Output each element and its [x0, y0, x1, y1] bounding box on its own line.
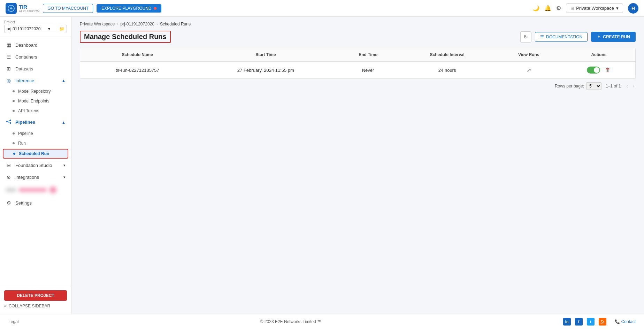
go-myaccount-button[interactable]: GO TO MYACCOUNT	[43, 4, 93, 13]
facebook-icon[interactable]: f	[575, 318, 583, 326]
project-label: Project	[4, 20, 67, 24]
col-view-runs: View Runs	[495, 48, 562, 62]
explore-label: EXPLORE PLAYGROUND	[101, 6, 151, 11]
col-end-time: End Time	[337, 48, 399, 62]
svg-point-1	[6, 121, 8, 122]
collapse-sidebar-button[interactable]: « COLLAPSE SIDEBAR	[4, 301, 67, 310]
contact-link[interactable]: 📞 Contact	[615, 319, 636, 324]
sidebar-item-foundation-studio[interactable]: ⊟ Foundation Studio ▾	[0, 159, 71, 171]
header-actions: ↻ ☰ DOCUMENTATION ＋ CREATE RUN	[520, 31, 636, 43]
model-repository-dot	[13, 90, 15, 92]
pipeline-dot	[13, 132, 15, 135]
sidebar-item-api-tokens[interactable]: API Tokens	[0, 106, 71, 116]
delete-project-button[interactable]: DELETE PROJECT	[4, 290, 67, 301]
top-navbar: TIR AI PLATFORM GO TO MYACCOUNT EXPLORE …	[0, 0, 644, 17]
dashboard-icon: ▦	[6, 42, 12, 48]
sidebar-item-run[interactable]: Run	[0, 138, 71, 148]
workspace-button[interactable]: ⊞ Private Workspace ▾	[566, 3, 623, 13]
refresh-button[interactable]: ↻	[520, 31, 531, 43]
containers-icon: ☰	[6, 54, 12, 60]
integrations-chevron-icon: ▾	[63, 175, 66, 179]
project-folder-icon: 📁	[59, 26, 64, 31]
pipelines-chevron-icon: ▲	[62, 120, 66, 124]
pipelines-icon	[6, 119, 12, 125]
sidebar-item-model-repository[interactable]: Model Repository	[0, 86, 71, 96]
sidebar-item-dashboard[interactable]: ▦ Dashboard	[0, 39, 71, 51]
sidebar-item-settings[interactable]: ⚙ Settings	[0, 197, 71, 209]
rss-icon[interactable]	[599, 318, 606, 326]
contact-label: Contact	[621, 319, 636, 324]
breadcrumb-current: Scheduled Runs	[160, 22, 191, 26]
schedule-name-cell: tir-run-022712135757	[80, 62, 194, 79]
sidebar-item-integrations[interactable]: ⊗ Integrations ▾	[0, 171, 71, 183]
sidebar-bottom: DELETE PROJECT « COLLAPSE SIDEBAR	[0, 286, 71, 314]
footer-social: in f t	[563, 318, 606, 326]
delete-row-button[interactable]: 🗑	[605, 67, 611, 73]
svg-line-4	[8, 120, 10, 122]
svg-point-3	[10, 122, 11, 124]
next-page-button[interactable]: ›	[631, 82, 636, 90]
refresh-icon: ↻	[524, 34, 528, 40]
toggle-thumb	[594, 67, 599, 73]
view-runs-link[interactable]: ↗	[527, 67, 531, 73]
prev-page-button[interactable]: ‹	[625, 82, 629, 90]
explore-playground-button[interactable]: EXPLORE PLAYGROUND	[97, 4, 161, 13]
sidebar-item-label: Settings	[15, 200, 32, 206]
rows-per-page-label: Rows per page:	[555, 84, 584, 89]
sidebar-sub-label: Model Endpoints	[18, 99, 49, 104]
logo-icon	[6, 3, 17, 14]
sidebar-item-model-endpoints[interactable]: Model Endpoints	[0, 96, 71, 106]
actions-cell: 🗑	[562, 62, 635, 79]
notifications-button[interactable]: 🔔	[544, 5, 551, 12]
sidebar-sub-label: API Tokens	[18, 108, 39, 113]
col-start-time: Start Time	[194, 48, 337, 62]
start-time-cell: 27 February, 2024 11:55 pm	[194, 62, 337, 79]
sidebar-item-pipeline[interactable]: Pipeline	[0, 129, 71, 138]
twitter-icon[interactable]: t	[587, 318, 595, 326]
sidebar-item-containers[interactable]: ☰ Containers	[0, 51, 71, 63]
inference-icon: ◎	[6, 78, 12, 83]
navbar-right: 🌙 🔔 ⚙ ⊞ Private Workspace ▾ H	[532, 3, 638, 14]
sidebar: Project prj-011912072020 ▾ 📁 ▦ Dashboard…	[0, 17, 71, 314]
breadcrumb: Private Workspace › prj-011912072020 › S…	[71, 17, 644, 29]
end-time-cell: Never	[337, 62, 399, 79]
footer-copyright: © 2023 E2E Networks Limited ™	[260, 319, 322, 324]
sidebar-sub-label: Scheduled Run	[19, 151, 49, 156]
sidebar-item-label: Inference	[15, 78, 34, 83]
project-value: prj-011912072020	[7, 26, 40, 31]
sidebar-item-pipelines[interactable]: Pipelines ▲	[0, 116, 71, 129]
footer-legal[interactable]: Legal	[8, 319, 18, 324]
sidebar-item-inference[interactable]: ◎ Inference ▲	[0, 75, 71, 86]
avatar-button[interactable]: H	[628, 3, 638, 14]
documentation-button[interactable]: ☰ DOCUMENTATION	[535, 32, 588, 42]
project-select[interactable]: prj-011912072020 ▾ 📁	[4, 25, 67, 33]
sidebar-item-datasets[interactable]: ⊞ Datasets	[0, 63, 71, 75]
collapse-sidebar-icon: «	[4, 304, 7, 308]
toggle-active[interactable]	[587, 67, 600, 74]
svg-point-2	[10, 120, 11, 121]
blurred-item	[0, 183, 71, 197]
main-layout: Project prj-011912072020 ▾ 📁 ▦ Dashboard…	[0, 17, 644, 314]
settings-button[interactable]: ⚙	[556, 5, 561, 12]
footer: Legal © 2023 E2E Networks Limited ™ in f…	[0, 314, 644, 329]
collapse-sidebar-label: COLLAPSE SIDEBAR	[9, 304, 50, 308]
sidebar-item-scheduled-run[interactable]: Scheduled Run	[3, 149, 68, 159]
doc-label: DOCUMENTATION	[546, 35, 582, 39]
logo-area: TIR AI PLATFORM	[6, 3, 39, 14]
col-schedule-interval: Schedule Interval	[399, 48, 495, 62]
logo-brand: TIR	[19, 4, 27, 10]
foundation-studio-icon: ⊟	[6, 162, 12, 168]
breadcrumb-sep-2: ›	[156, 22, 158, 26]
view-runs-cell[interactable]: ↗	[495, 62, 562, 79]
sidebar-sub-label: Model Repository	[18, 89, 51, 94]
rows-per-page-select[interactable]: 5 10 25	[586, 82, 601, 90]
breadcrumb-project[interactable]: prj-011912072020	[120, 22, 154, 26]
dark-mode-button[interactable]: 🌙	[532, 5, 539, 12]
create-run-button[interactable]: ＋ CREATE RUN	[591, 32, 636, 42]
scheduled-runs-table-container: Schedule Name Start Time End Time Schedu…	[80, 48, 636, 79]
breadcrumb-workspace[interactable]: Private Workspace	[80, 22, 115, 26]
page-info: 1–1 of 1	[606, 84, 621, 89]
settings-icon: ⚙	[6, 200, 12, 206]
sidebar-item-label: Datasets	[15, 66, 33, 71]
linkedin-icon[interactable]: in	[563, 318, 571, 326]
